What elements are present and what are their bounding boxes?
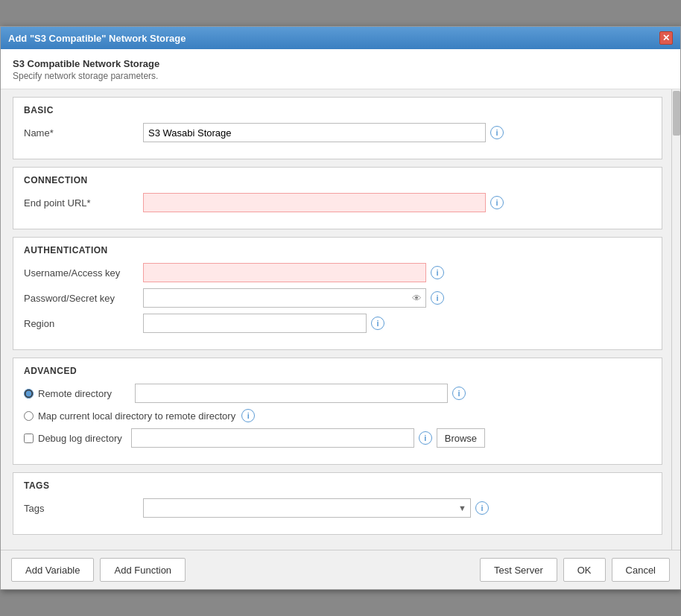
add-variable-button[interactable]: Add Variable: [11, 558, 94, 582]
header-subtitle: Specify network storage parameters.: [13, 71, 668, 81]
dialog-header: S3 Compatible Network Storage Specify ne…: [1, 49, 680, 89]
dialog-footer: Add Variable Add Function Test Server OK…: [1, 550, 680, 589]
region-input[interactable]: [143, 314, 367, 333]
endpoint-info-icon[interactable]: i: [490, 196, 504, 209]
region-row: Region i: [24, 314, 651, 333]
tags-section: TAGS Tags ▼ i: [13, 472, 662, 535]
debug-log-info-icon[interactable]: i: [419, 431, 432, 445]
tags-select[interactable]: [143, 498, 471, 518]
main-dialog: Add "S3 Compatible" Network Storage ✕ S3…: [0, 26, 681, 590]
map-local-row: Map current local directory to remote di…: [24, 409, 651, 422]
remote-dir-input[interactable]: [135, 384, 448, 403]
tags-label: Tags: [24, 503, 143, 514]
password-info-icon[interactable]: i: [431, 291, 444, 305]
dialog-body-wrapper: BASIC Name* i CONNECTION End point URL*: [1, 89, 680, 550]
basic-section-title: BASIC: [24, 105, 651, 115]
name-info-icon[interactable]: i: [490, 126, 504, 139]
title-bar: Add "S3 Compatible" Network Storage ✕: [1, 27, 680, 49]
region-label: Region: [24, 318, 143, 329]
scrollbar-track[interactable]: [671, 89, 680, 550]
username-label: Username/Access key: [24, 267, 143, 279]
password-label: Password/Secret key: [24, 293, 143, 304]
add-function-button[interactable]: Add Function: [100, 558, 186, 582]
authentication-section: AUTHENTICATION Username/Access key i Pas…: [13, 237, 662, 350]
scrollbar-thumb[interactable]: [673, 91, 680, 136]
map-local-label: Map current local directory to remote di…: [38, 410, 235, 422]
username-input[interactable]: [143, 263, 426, 282]
debug-log-label: Debug log directory: [38, 433, 122, 444]
dialog-body: BASIC Name* i CONNECTION End point URL*: [1, 89, 680, 550]
ok-button[interactable]: OK: [563, 558, 606, 582]
remote-dir-row: Remote directory i: [24, 384, 651, 403]
tags-select-wrapper: ▼: [143, 498, 471, 518]
tags-info-icon[interactable]: i: [475, 501, 489, 515]
remote-dir-radio[interactable]: [24, 389, 34, 399]
debug-log-row: Debug log directory i Browse: [24, 428, 651, 448]
password-input[interactable]: [143, 288, 426, 308]
debug-log-checkbox[interactable]: [24, 434, 34, 443]
tags-section-title: TAGS: [24, 480, 651, 491]
password-wrapper: 👁: [143, 288, 426, 308]
advanced-section: ADVANCED Remote directory i Map current …: [13, 358, 662, 465]
connection-section-title: CONNECTION: [24, 175, 651, 185]
map-local-radio[interactable]: [24, 411, 34, 421]
auth-section-title: AUTHENTICATION: [24, 245, 651, 255]
tags-row: Tags ▼ i: [24, 498, 651, 518]
region-info-icon[interactable]: i: [371, 317, 384, 330]
remote-dir-label: Remote directory: [38, 388, 135, 399]
username-info-icon[interactable]: i: [431, 266, 444, 279]
password-row: Password/Secret key 👁 i: [24, 288, 651, 308]
browse-button[interactable]: Browse: [437, 428, 485, 448]
name-label: Name*: [24, 127, 143, 139]
map-local-info-icon[interactable]: i: [241, 409, 255, 422]
close-icon: ✕: [662, 33, 670, 43]
debug-log-input[interactable]: [131, 428, 414, 448]
footer-left: Add Variable Add Function: [11, 558, 186, 582]
username-row: Username/Access key i: [24, 263, 651, 282]
basic-section: BASIC Name* i: [13, 97, 662, 159]
name-row: Name* i: [24, 123, 651, 142]
test-server-button[interactable]: Test Server: [480, 558, 557, 582]
cancel-button[interactable]: Cancel: [612, 558, 670, 582]
endpoint-label: End point URL*: [24, 197, 143, 209]
endpoint-input[interactable]: [143, 193, 486, 212]
footer-right: Test Server OK Cancel: [480, 558, 670, 582]
remote-dir-info-icon[interactable]: i: [452, 387, 466, 400]
connection-section: CONNECTION End point URL* i: [13, 167, 662, 229]
advanced-section-title: ADVANCED: [24, 366, 651, 376]
endpoint-row: End point URL* i: [24, 193, 651, 212]
eye-icon[interactable]: 👁: [412, 293, 422, 304]
close-button[interactable]: ✕: [659, 31, 673, 45]
name-input[interactable]: [143, 123, 486, 142]
dialog-title: Add "S3 Compatible" Network Storage: [8, 33, 186, 44]
header-title: S3 Compatible Network Storage: [13, 58, 668, 69]
